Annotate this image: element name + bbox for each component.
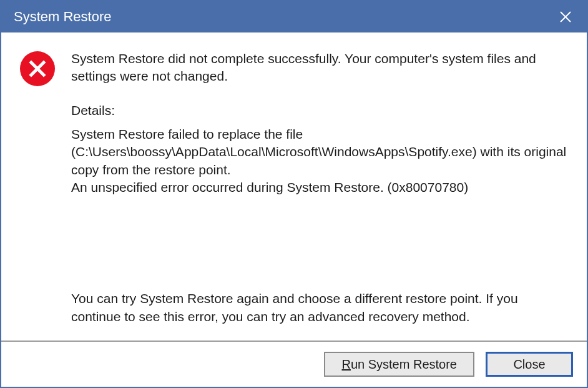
close-icon bbox=[559, 11, 572, 23]
icon-column bbox=[20, 50, 60, 334]
dialog-footer: Run System Restore Close bbox=[1, 341, 587, 387]
details-text: System Restore failed to replace the fil… bbox=[71, 126, 568, 196]
content-area: System Restore did not complete successf… bbox=[1, 32, 587, 387]
mnemonic-letter: R bbox=[341, 357, 350, 371]
run-system-restore-button[interactable]: Run System Restore bbox=[324, 352, 474, 377]
close-button[interactable]: Close bbox=[486, 352, 573, 377]
error-icon bbox=[20, 51, 55, 86]
run-button-rest: un System Restore bbox=[351, 357, 457, 371]
titlebar: System Restore bbox=[1, 1, 587, 32]
text-column: System Restore did not complete successf… bbox=[71, 50, 568, 334]
details-label: Details: bbox=[71, 102, 568, 119]
close-button-label: Close bbox=[513, 357, 545, 372]
system-restore-dialog: System Restore System Restore did not co… bbox=[0, 0, 588, 388]
summary-text: System Restore did not complete successf… bbox=[71, 50, 568, 86]
message-body: System Restore did not complete successf… bbox=[1, 32, 587, 341]
window-title: System Restore bbox=[14, 9, 112, 25]
window-close-button[interactable] bbox=[553, 4, 578, 29]
suggestion-text: You can try System Restore again and cho… bbox=[71, 290, 568, 326]
